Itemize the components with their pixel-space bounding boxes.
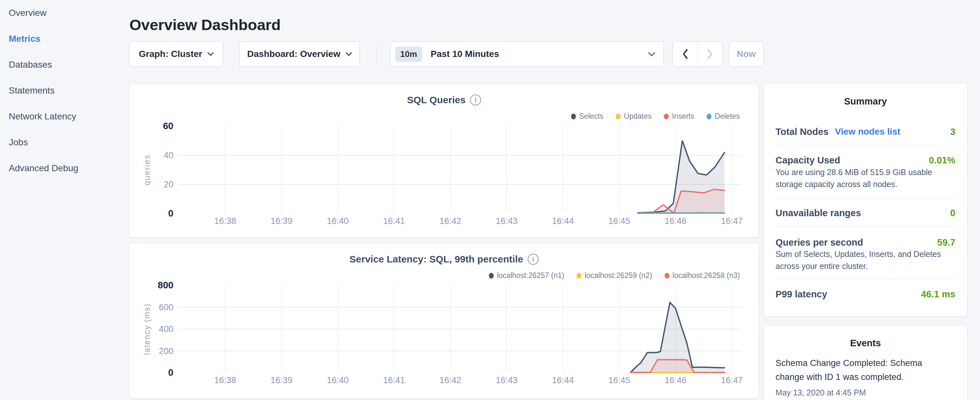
svg-text:queries: queries: [142, 155, 151, 185]
summary-row-value: 0: [950, 208, 955, 218]
svg-text:16:40: 16:40: [327, 216, 349, 226]
svg-text:16:38: 16:38: [214, 375, 236, 385]
summary-row-unavailable-ranges: Unavailable ranges 0: [776, 204, 955, 222]
chevron-right-icon: [707, 49, 713, 59]
svg-text:200: 200: [159, 346, 173, 356]
svg-text:16:38: 16:38: [214, 216, 236, 226]
page-title: Overview Dashboard: [129, 16, 281, 33]
summary-row-label: Total Nodes: [776, 126, 829, 137]
svg-text:16:47: 16:47: [721, 216, 743, 226]
svg-text:16:43: 16:43: [496, 216, 518, 226]
svg-text:16:47: 16:47: [721, 375, 743, 385]
summary-row-description: Sum of Selects, Updates, Inserts, and De…: [776, 248, 952, 272]
summary-row-label: Queries per second: [776, 237, 863, 248]
divider: [776, 199, 955, 199]
svg-text:16:39: 16:39: [270, 216, 293, 226]
svg-text:16:44: 16:44: [552, 375, 574, 385]
events-panel: Events Schema Change Completed: Schema c…: [764, 325, 967, 400]
svg-text:16:43: 16:43: [496, 375, 518, 385]
svg-text:0: 0: [168, 208, 173, 218]
svg-text:400: 400: [159, 324, 173, 334]
graph-scope-dropdown[interactable]: Graph: Cluster: [129, 41, 223, 67]
graph-scope-label: Graph: Cluster: [139, 49, 202, 59]
time-range-label: Past 10 Minutes: [431, 49, 648, 59]
sidebar-item-network-latency[interactable]: Network Latency: [9, 104, 129, 129]
svg-text:800: 800: [158, 280, 173, 290]
summary-row-value: 0.01%: [929, 155, 955, 166]
summary-row-total-nodes: Total Nodes View nodes list 3: [776, 123, 955, 141]
svg-text:16:45: 16:45: [608, 375, 630, 385]
svg-text:latency (ms): latency (ms): [142, 303, 151, 355]
events-title: Events: [764, 338, 967, 349]
dashboard-label: Dashboard: Overview: [247, 49, 340, 59]
chevron-down-icon: [345, 52, 352, 56]
summary-row-value: 59.7: [937, 237, 955, 248]
controls-bar: Graph: Cluster Dashboard: Overview 10m P…: [0, 41, 980, 67]
svg-text:16:42: 16:42: [439, 375, 461, 385]
summary-row-value: 3: [950, 126, 955, 137]
svg-text:16:46: 16:46: [665, 375, 687, 385]
svg-text:16:42: 16:42: [439, 216, 461, 226]
event-message[interactable]: Schema Change Completed: Schema change w…: [776, 356, 931, 384]
summary-row-label: P99 latency: [776, 289, 827, 300]
time-window-arrows: [673, 41, 722, 67]
event-timestamp: May 13, 2020 at 4:45 PM: [776, 388, 866, 397]
dashboard-dropdown[interactable]: Dashboard: Overview: [239, 41, 360, 67]
sidebar-item-advanced-debug[interactable]: Advanced Debug: [9, 155, 129, 181]
chevron-down-icon: [207, 52, 214, 56]
divider: [776, 279, 955, 280]
sidebar-item-jobs[interactable]: Jobs: [9, 129, 129, 155]
previous-time-window-button[interactable]: [673, 42, 698, 66]
next-time-window-button[interactable]: [698, 42, 722, 66]
chevron-left-icon: [682, 49, 688, 59]
svg-text:0: 0: [168, 367, 173, 378]
svg-text:16:44: 16:44: [552, 216, 574, 226]
now-button-label: Now: [737, 49, 756, 59]
controls-divider: [376, 44, 377, 64]
svg-text:16:39: 16:39: [270, 375, 293, 385]
svg-text:40: 40: [164, 150, 173, 160]
summary-row-value: 46.1 ms: [921, 289, 955, 300]
time-range-dropdown[interactable]: 10m Past 10 Minutes: [390, 41, 664, 67]
svg-text:20: 20: [164, 180, 173, 189]
svg-text:16:40: 16:40: [327, 375, 349, 385]
sql-queries-chart-card: SQL Queries i SelectsUpdatesInsertsDelet…: [129, 84, 759, 237]
divider: [776, 145, 955, 146]
summary-panel: Summary Total Nodes View nodes list 3 Ca…: [764, 83, 967, 317]
sidebar-item-statements[interactable]: Statements: [9, 78, 129, 104]
service-latency-chart-card: Service Latency: SQL, 99th percentile i …: [129, 243, 759, 398]
svg-text:60: 60: [163, 121, 173, 131]
svg-text:16:41: 16:41: [383, 216, 405, 226]
sql-queries-chart: 16:3816:3916:4016:4116:4216:4316:4416:45…: [130, 84, 759, 238]
sidebar-item-overview[interactable]: Overview: [9, 0, 129, 26]
svg-text:16:41: 16:41: [383, 375, 405, 385]
divider: [776, 226, 955, 227]
chevron-down-icon: [648, 52, 655, 56]
now-button[interactable]: Now: [729, 41, 764, 67]
summary-row-p99-latency: P99 latency 46.1 ms: [776, 285, 955, 303]
summary-title: Summary: [764, 96, 967, 107]
svg-text:16:45: 16:45: [608, 216, 630, 226]
svg-text:600: 600: [159, 303, 173, 312]
summary-row-description: You are using 28.6 MiB of 515.9 GiB usab…: [776, 166, 952, 190]
summary-row-label: Unavailable ranges: [776, 208, 861, 218]
svg-text:16:46: 16:46: [665, 216, 687, 226]
metrics-dashboard-page: Overview Metrics Databases Statements Ne…: [0, 0, 980, 400]
view-nodes-list-link[interactable]: View nodes list: [835, 126, 900, 137]
service-latency-chart: 16:3816:3916:4016:4116:4216:4316:4416:45…: [130, 243, 759, 399]
summary-row-label: Capacity Used: [776, 155, 840, 166]
time-range-badge: 10m: [395, 46, 422, 62]
